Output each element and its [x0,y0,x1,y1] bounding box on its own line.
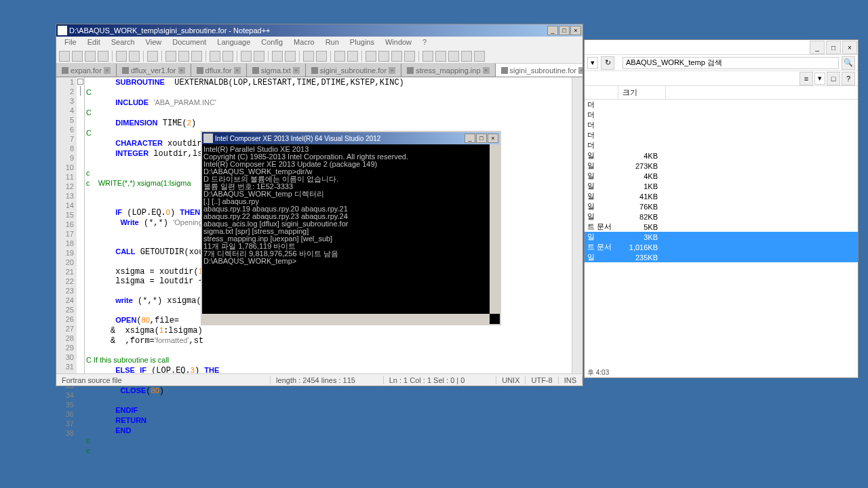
tab-4[interactable]: sigini_subroutine.for× [306,64,401,77]
record-button[interactable] [422,51,433,62]
list-item[interactable]: 일41KB [585,191,858,201]
view-button[interactable]: ≡ [800,72,813,85]
minimize-button[interactable]: _ [547,26,558,35]
list-item[interactable]: 더 [585,120,858,130]
search-icon[interactable]: 🔍 [842,56,855,70]
list-item[interactable]: 일4KB [585,150,858,161]
tabclose-icon[interactable]: × [293,67,300,74]
stop-button[interactable] [435,51,446,62]
close-button[interactable]: × [842,41,857,54]
menu-plugins[interactable]: Plugins [344,37,380,49]
tabclose-icon[interactable]: × [389,67,395,74]
replace-button[interactable] [254,51,264,62]
wordwrap-button[interactable] [334,51,345,62]
cmd-scrollbar-v[interactable] [490,144,500,314]
refresh-button[interactable]: ↻ [601,56,614,70]
list-item[interactable]: 더 [585,100,858,110]
closeall-button[interactable] [129,51,140,62]
tabclose-icon[interactable]: × [578,67,583,74]
menu-search[interactable]: Search [106,37,140,49]
menu-help[interactable]: ? [417,37,432,49]
list-item[interactable]: 일82KB [585,211,858,222]
open-button[interactable] [72,51,83,62]
indent-button[interactable] [366,51,376,62]
menu-language[interactable]: Language [212,37,256,49]
tab-1[interactable]: dflux_ver1.for× [117,64,191,77]
search-input[interactable] [623,57,839,69]
play-button[interactable] [448,51,459,62]
explorer-titlebar[interactable]: _ □ × [585,40,858,55]
list-item[interactable]: 더 [585,130,858,140]
menu-document[interactable]: Document [167,37,212,49]
tab-0[interactable]: expan.for× [56,64,117,77]
new-button[interactable] [59,51,70,62]
tabclose-icon[interactable]: × [104,67,111,74]
list-item[interactable]: 일1KB [585,181,858,191]
print-button[interactable] [147,51,158,62]
list-item[interactable]: 더 [585,140,858,150]
outdent-button[interactable] [378,51,389,62]
tabclose-icon[interactable]: × [234,67,241,74]
menu-view[interactable]: View [140,37,167,49]
menu-config[interactable]: Config [256,37,288,49]
menu-macro[interactable]: Macro [288,37,320,49]
save-button[interactable] [85,51,96,62]
tabclose-icon[interactable]: × [483,67,490,74]
sync-v-button[interactable] [303,51,314,62]
npp-titlebar[interactable]: D:\ABAQUS_WORK_temp\sigini_subroutine.fo… [56,24,583,37]
tab-5[interactable]: stress_mapping.inp× [401,64,495,77]
maximize-button[interactable]: □ [476,134,487,143]
maximize-button[interactable]: □ [559,26,570,35]
tabclose-icon[interactable]: × [178,67,185,74]
help-button[interactable]: ? [842,72,855,85]
maximize-button[interactable]: □ [826,41,841,54]
cmd-scrollbar-h[interactable] [202,314,490,324]
menu-edit[interactable]: Edit [82,37,106,49]
playmulti-button[interactable] [461,51,472,62]
list-item[interactable]: 일235KB [585,252,858,262]
minimize-button[interactable]: _ [465,134,475,143]
allchars-button[interactable] [347,51,358,62]
list-item[interactable]: 일4KB [585,171,858,181]
userdialog-button[interactable] [391,51,402,62]
funclist-button[interactable] [404,51,415,62]
chevron-down-icon[interactable]: ▾ [814,73,825,85]
menu-file[interactable]: File [59,37,82,49]
close-file-button[interactable] [116,51,127,62]
fold-column[interactable]: - [77,77,85,373]
menu-run[interactable]: Run [320,37,344,49]
find-button[interactable] [241,51,252,62]
list-item[interactable]: 더 [585,110,858,120]
list-item[interactable]: 일3KB [585,232,858,242]
minimize-button[interactable]: _ [810,41,825,54]
menu-window[interactable]: Window [380,37,417,49]
close-button[interactable]: × [488,134,498,143]
col-size[interactable]: 크기 [618,86,666,99]
close-button[interactable]: × [570,26,581,35]
list-item[interactable]: 트 문서5KB [585,222,858,232]
saveall-button[interactable] [98,51,108,62]
zoomin-button[interactable] [272,51,283,62]
cut-button[interactable] [165,51,176,62]
preview-button[interactable]: □ [827,72,840,85]
tab-2[interactable]: dflux.for× [191,64,247,77]
list-item[interactable]: 일76KB [585,201,858,211]
cell-type: 일 [585,232,618,242]
tab-6[interactable]: sigini_subroutine.for× [496,64,583,77]
undo-button[interactable] [210,51,220,62]
savemacro-button[interactable] [474,51,485,62]
editor-scrollbar[interactable] [572,77,583,373]
sync-h-button[interactable] [316,51,327,62]
cell-size: 5KB [618,223,666,231]
paste-button[interactable] [191,51,202,62]
cmd-body[interactable]: Intel(R) Parallel Studio XE 2013Copyrigh… [202,144,500,324]
list-item[interactable]: 일273KB [585,161,858,171]
list-item[interactable]: 트 문서1,016KB [585,242,858,252]
redo-button[interactable] [222,51,233,62]
copy-button[interactable] [178,51,189,62]
zoomout-button[interactable] [285,51,296,62]
cmd-titlebar[interactable]: Intel Composer XE 2013 Intel(R) 64 Visua… [202,132,500,144]
tab-3[interactable]: sigma.txt× [247,64,306,77]
col-type[interactable] [585,86,618,99]
chevron-down-icon[interactable]: ▾ [587,57,598,69]
